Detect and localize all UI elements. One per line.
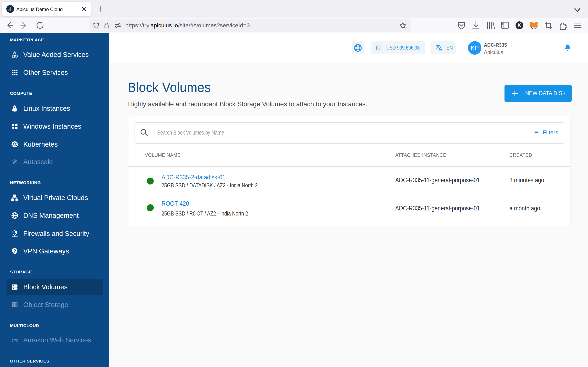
svg-text:K: K [517,22,521,29]
svg-text:aws: aws [11,337,18,341]
